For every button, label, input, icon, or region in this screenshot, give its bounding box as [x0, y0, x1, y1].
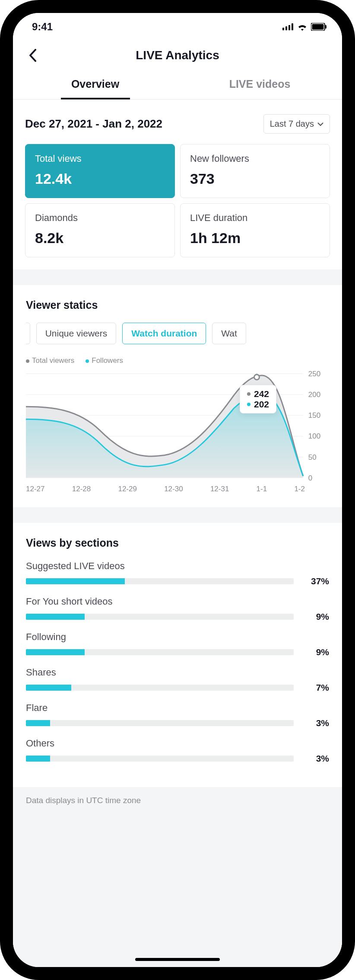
battery-icon: [311, 23, 326, 31]
status-time: 9:41: [32, 21, 53, 33]
vbs-row: Others3%: [26, 738, 329, 764]
stat-value: 373: [190, 170, 320, 187]
vbs-bar: [26, 720, 294, 726]
svg-rect-2: [288, 25, 290, 30]
chip-watch-partial[interactable]: Wat: [212, 323, 246, 344]
vbs-bar: [26, 649, 294, 655]
vbs-bar: [26, 685, 294, 691]
vbs-name: Suggested LIVE videos: [26, 560, 329, 572]
stat-value: 1h 12m: [190, 230, 320, 247]
chip-watch-duration[interactable]: Watch duration: [122, 323, 206, 344]
vbs-row: Suggested LIVE videos37%: [26, 560, 329, 586]
stat-label: LIVE duration: [190, 212, 320, 224]
stat-value: 12.4k: [35, 170, 165, 187]
dot-icon: [247, 392, 250, 396]
svg-rect-0: [282, 28, 284, 30]
panel-views-by-sections: Views by sections Suggested LIVE videos3…: [13, 523, 342, 787]
stat-grid: Total views 12.4k New followers 373 Diam…: [13, 144, 342, 269]
footer-note: Data displays in UTC time zone: [13, 787, 342, 805]
svg-point-20: [254, 375, 260, 380]
stat-card-total-views[interactable]: Total views 12.4k: [25, 144, 175, 198]
vbs-percent: 7%: [301, 682, 329, 693]
svg-rect-3: [292, 23, 293, 30]
section-divider: [13, 269, 342, 285]
dot-icon: [26, 359, 29, 363]
chip-views[interactable]: ws: [26, 323, 30, 344]
wifi-icon: [297, 23, 307, 31]
cellular-icon: [282, 23, 294, 30]
vbs-name: Shares: [26, 667, 329, 678]
panel-title: Viewer statics: [26, 299, 329, 311]
legend-total-viewers: Total viewers: [26, 356, 74, 365]
vbs-name: Following: [26, 631, 329, 643]
stat-label: Total views: [35, 153, 165, 164]
status-bar: 9:41: [13, 13, 342, 41]
chip-unique-viewers[interactable]: Unique viewers: [36, 323, 117, 344]
chart-legend: Total viewers Followers: [26, 356, 329, 365]
vbs-row: Flare3%: [26, 702, 329, 728]
header: LIVE Analytics: [13, 41, 342, 70]
date-range-dropdown-label: Last 7 days: [270, 119, 314, 129]
svg-text:0: 0: [308, 474, 312, 482]
vbs-name: For You short videos: [26, 596, 329, 607]
back-button[interactable]: [24, 47, 41, 64]
home-indicator[interactable]: [135, 958, 220, 961]
panel-title: Views by sections: [26, 537, 329, 549]
date-range-dropdown[interactable]: Last 7 days: [263, 114, 330, 134]
stat-card-diamonds[interactable]: Diamonds 8.2k: [25, 203, 175, 257]
chart[interactable]: 250 200 150 100 50 0: [26, 369, 329, 493]
chart-x-ticks: 12-27 12-28 12-29 12-30 12-31 1-1 1-2: [26, 485, 329, 493]
metric-chips[interactable]: ws Unique viewers Watch duration Wat: [26, 323, 329, 344]
vbs-name: Others: [26, 738, 329, 749]
svg-rect-1: [285, 26, 287, 30]
chevron-left-icon: [29, 49, 37, 62]
vbs-row: Shares7%: [26, 667, 329, 693]
svg-rect-6: [325, 25, 326, 29]
dot-icon: [86, 359, 89, 363]
panel-viewer-statics: Viewer statics ws Unique viewers Watch d…: [13, 285, 342, 507]
tab-overview[interactable]: Overview: [13, 70, 178, 99]
stat-value: 8.2k: [35, 230, 165, 247]
svg-rect-5: [312, 24, 324, 30]
vbs-percent: 3%: [301, 718, 329, 728]
tabs: Overview LIVE videos: [13, 70, 342, 99]
vbs-percent: 3%: [301, 753, 329, 764]
vbs-name: Flare: [26, 702, 329, 714]
chart-tooltip: 242 202: [240, 385, 276, 413]
vbs-percent: 37%: [301, 576, 329, 586]
line-chart-svg: 250 200 150 100 50 0: [26, 369, 329, 482]
vbs-percent: 9%: [301, 647, 329, 657]
vbs-row: For You short videos9%: [26, 596, 329, 622]
vbs-bar: [26, 756, 294, 762]
vbs-bar: [26, 578, 294, 584]
views-by-sections-list: Suggested LIVE videos37%For You short vi…: [26, 560, 329, 764]
tab-live-videos[interactable]: LIVE videos: [178, 70, 342, 99]
stat-card-new-followers[interactable]: New followers 373: [180, 144, 330, 198]
svg-text:200: 200: [308, 391, 320, 399]
vbs-row: Following9%: [26, 631, 329, 657]
chevron-down-icon: [317, 122, 323, 126]
svg-text:100: 100: [308, 432, 320, 440]
svg-text:250: 250: [308, 370, 320, 378]
stat-label: Diamonds: [35, 212, 165, 224]
section-divider: [13, 507, 342, 523]
stat-label: New followers: [190, 153, 320, 164]
date-range: Dec 27, 2021 - Jan 2, 2022: [25, 117, 162, 131]
svg-text:50: 50: [308, 453, 317, 461]
vbs-bar: [26, 614, 294, 620]
page-title: LIVE Analytics: [136, 48, 219, 62]
vbs-percent: 9%: [301, 612, 329, 622]
stat-card-live-duration[interactable]: LIVE duration 1h 12m: [180, 203, 330, 257]
legend-followers: Followers: [86, 356, 123, 365]
svg-text:150: 150: [308, 411, 320, 420]
status-icons: [282, 23, 326, 31]
dot-icon: [247, 403, 250, 406]
